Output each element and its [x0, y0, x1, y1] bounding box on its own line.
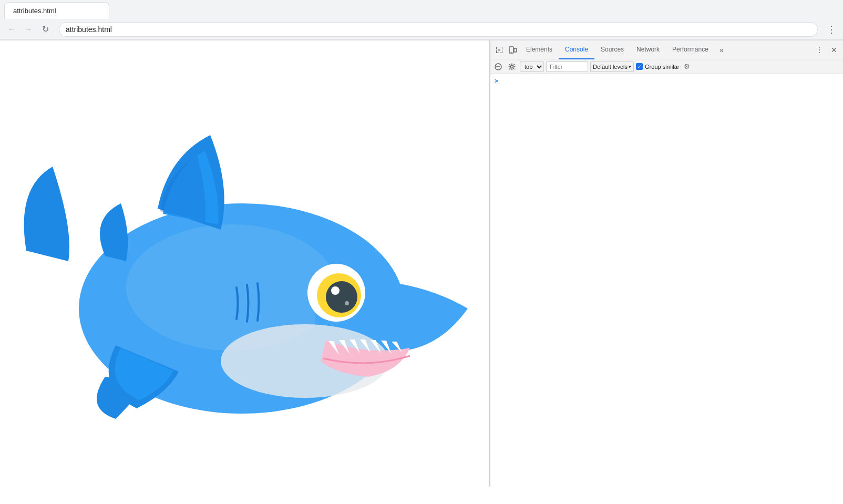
inspect-element-button[interactable] — [492, 43, 506, 57]
console-settings-button[interactable] — [506, 61, 518, 73]
group-similar-control: ✓ Group similar — [636, 63, 679, 70]
reload-button[interactable]: ↻ — [38, 22, 53, 37]
tab-network[interactable]: Network — [630, 40, 666, 59]
levels-dropdown[interactable]: Default levels ▾ — [590, 61, 634, 72]
devtools-actions: ⋮ ✕ — [813, 43, 841, 57]
tab-performance[interactable]: Performance — [666, 40, 715, 59]
browser-tab[interactable]: attributes.html — [4, 2, 109, 19]
browser-chrome: attributes.html ← → ↻ attributes.html ⋮ — [0, 0, 843, 40]
context-select[interactable]: top — [520, 61, 544, 72]
tab-overflow-button[interactable]: » — [716, 44, 727, 56]
svg-point-21 — [511, 65, 513, 68]
main-layout: Elements Console Sources Network Perform… — [0, 40, 843, 487]
console-gear-button[interactable]: ⚙ — [681, 61, 693, 73]
svg-point-15 — [345, 301, 349, 305]
svg-point-18 — [511, 52, 511, 52]
tab-sources[interactable]: Sources — [594, 40, 630, 59]
tab-elements[interactable]: Elements — [520, 40, 559, 59]
address-text: attributes.html — [66, 25, 811, 34]
browser-menu-button[interactable]: ⋮ — [824, 22, 839, 37]
page-content — [0, 40, 489, 487]
forward-button[interactable]: → — [21, 22, 36, 37]
nav-bar: ← → ↻ attributes.html ⋮ — [0, 19, 843, 40]
console-prompt[interactable]: > — [490, 76, 843, 86]
svg-point-13 — [326, 281, 357, 313]
tab-bar: attributes.html — [0, 0, 843, 19]
console-bar: top Default levels ▾ ✓ Group similar ⚙ — [490, 59, 843, 74]
devtools-close-button[interactable]: ✕ — [827, 43, 841, 57]
console-filter-input[interactable] — [546, 61, 588, 72]
svg-point-14 — [331, 286, 340, 295]
prompt-symbol: > — [495, 77, 498, 85]
svg-rect-17 — [514, 48, 517, 52]
back-button[interactable]: ← — [4, 22, 19, 37]
devtools-more-button[interactable]: ⋮ — [813, 43, 826, 57]
clear-console-button[interactable] — [492, 61, 504, 73]
group-similar-label: Group similar — [645, 64, 679, 70]
tab-console[interactable]: Console — [559, 40, 594, 59]
levels-arrow: ▾ — [629, 64, 631, 69]
devtools-tabs: Elements Console Sources Network Perform… — [520, 40, 813, 59]
devtools-content: > — [490, 74, 843, 487]
address-bar[interactable]: attributes.html — [59, 22, 818, 37]
shark-illustration — [11, 83, 468, 419]
devtools-panel: Elements Console Sources Network Perform… — [490, 40, 843, 487]
tab-title: attributes.html — [13, 7, 56, 15]
device-toolbar-button[interactable] — [506, 43, 520, 57]
group-similar-checkbox[interactable]: ✓ — [636, 63, 643, 70]
devtools-toolbar: Elements Console Sources Network Perform… — [490, 40, 843, 59]
levels-label: Default levels — [593, 64, 628, 70]
